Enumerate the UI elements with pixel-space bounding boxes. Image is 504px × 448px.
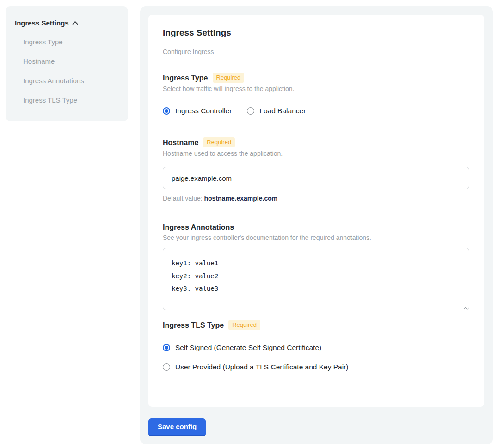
- radio-self-signed[interactable]: Self Signed (Generate Self Signed Certif…: [163, 344, 469, 352]
- radio-unselected-icon[interactable]: [247, 107, 254, 115]
- sidebar-item-ingress-type[interactable]: Ingress Type: [15, 38, 119, 46]
- sidebar-item-ingress-annotations[interactable]: Ingress Annotations: [15, 77, 119, 85]
- radio-load-balancer[interactable]: Load Balancer: [247, 107, 306, 115]
- radio-user-provided-label: User Provided (Upload a TLS Certificate …: [175, 363, 348, 371]
- required-badge: Required: [228, 320, 260, 330]
- section-ingress-type: Ingress Type Required Select how traffic…: [163, 73, 469, 115]
- hostname-default-value: Default value: hostname.example.com: [163, 195, 469, 202]
- radio-user-provided[interactable]: User Provided (Upload a TLS Certificate …: [163, 363, 469, 371]
- settings-sidebar: Ingress Settings Ingress Type Hostname I…: [6, 6, 128, 121]
- section-hostname: Hostname Required Hostname used to acces…: [163, 137, 469, 202]
- required-badge: Required: [203, 137, 235, 147]
- sidebar-item-hostname[interactable]: Hostname: [15, 57, 119, 66]
- main-panel: Ingress Settings Configure Ingress Ingre…: [140, 6, 493, 444]
- radio-load-balancer-label: Load Balancer: [259, 107, 306, 115]
- default-value-text: hostname.example.com: [204, 195, 278, 202]
- resize-handle-icon[interactable]: [463, 303, 468, 308]
- radio-unselected-icon[interactable]: [163, 363, 170, 371]
- ingress-type-description: Select how traffic will ingress to the a…: [163, 85, 469, 92]
- annotations-textarea-wrap: key1: value1 key2: value2 key3: value3: [163, 248, 469, 310]
- radio-self-signed-label: Self Signed (Generate Self Signed Certif…: [175, 344, 321, 352]
- annotations-textarea[interactable]: key1: value1 key2: value2 key3: value3: [163, 248, 469, 310]
- section-ingress-annotations: Ingress Annotations See your ingress con…: [163, 223, 469, 310]
- ingress-settings-card: Ingress Settings Configure Ingress Ingre…: [148, 15, 484, 407]
- tls-type-radio-group: Self Signed (Generate Self Signed Certif…: [163, 344, 469, 371]
- radio-ingress-controller-label: Ingress Controller: [175, 107, 232, 115]
- ingress-tls-type-label: Ingress TLS Type: [163, 321, 224, 330]
- hostname-description: Hostname used to access the application.: [163, 150, 469, 157]
- section-ingress-tls-type: Ingress TLS Type Required Self Signed (G…: [163, 320, 469, 371]
- default-value-label: Default value:: [163, 195, 203, 202]
- ingress-annotations-label: Ingress Annotations: [163, 223, 234, 232]
- radio-ingress-controller[interactable]: Ingress Controller: [163, 107, 232, 115]
- save-config-button[interactable]: Save config: [148, 418, 206, 436]
- sidebar-group-title: Ingress Settings: [15, 19, 69, 27]
- chevron-up-icon: [72, 21, 78, 25]
- radio-selected-icon[interactable]: [163, 344, 170, 351]
- required-badge: Required: [213, 73, 245, 83]
- ingress-type-label: Ingress Type: [163, 74, 208, 82]
- hostname-input[interactable]: [163, 167, 469, 189]
- sidebar-group-ingress-settings[interactable]: Ingress Settings: [15, 19, 119, 27]
- sidebar-nav: Ingress Type Hostname Ingress Annotation…: [15, 38, 119, 104]
- sidebar-item-ingress-tls-type[interactable]: Ingress TLS Type: [15, 96, 119, 104]
- page-title: Ingress Settings: [163, 28, 469, 37]
- page-subtitle: Configure Ingress: [163, 49, 469, 55]
- hostname-label: Hostname: [163, 138, 198, 147]
- page: Ingress Settings Ingress Type Hostname I…: [0, 0, 504, 448]
- radio-selected-icon[interactable]: [163, 107, 170, 115]
- ingress-type-radio-group: Ingress Controller Load Balancer: [163, 107, 469, 115]
- ingress-annotations-description: See your ingress controller's documentat…: [163, 234, 469, 241]
